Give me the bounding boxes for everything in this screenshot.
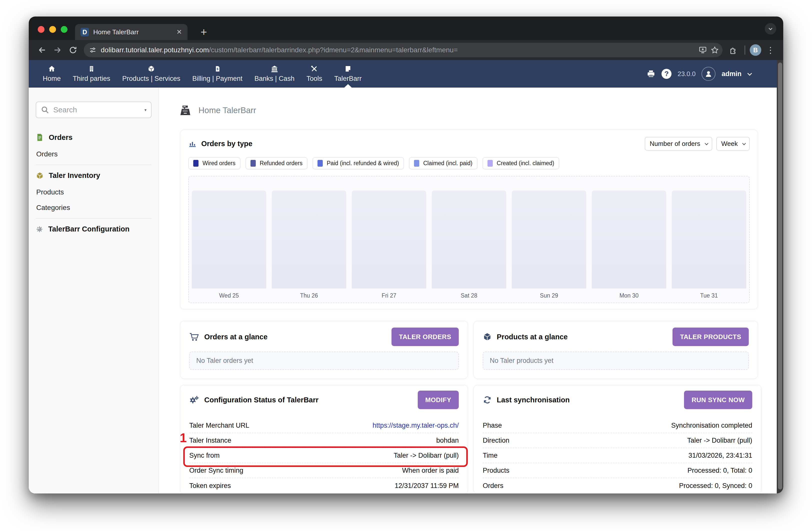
address-bar[interactable]: dolibarr.tutorial.taler.potuzhnyi.com/cu… (84, 43, 723, 57)
modify-button[interactable]: MODIFY (418, 391, 459, 409)
nav-item-tools[interactable]: Tools (301, 60, 328, 87)
nav-item-third-parties[interactable]: Third parties (67, 60, 116, 87)
forward-button[interactable] (51, 43, 64, 57)
extensions-icon[interactable] (726, 43, 740, 57)
back-button[interactable] (35, 43, 49, 57)
nav-item-banks-cash[interactable]: Banks | Cash (248, 60, 301, 87)
tab-search-chevron-icon[interactable] (765, 23, 776, 34)
sync-card-title: Last synchronisation (497, 396, 570, 404)
chart-column (432, 191, 506, 289)
config-row-instance: Taler Instance bohdan (189, 433, 459, 448)
tab-close-icon[interactable]: ✕ (176, 29, 182, 36)
sidebar: Search ▾ Orders Orders Taler Inventory P… (29, 87, 159, 493)
config-card-title: Configuration Status of TalerBarr (204, 396, 319, 404)
products-glance-card: Products at a glance TALER PRODUCTS No T… (474, 321, 758, 379)
dolibarr-page: Home Third parties Products | Services $… (29, 60, 783, 493)
legend-item-refunded[interactable]: Refunded orders (246, 157, 307, 169)
legend-item-claimed[interactable]: Claimed (incl. paid) (409, 157, 478, 169)
period-select[interactable]: Week (716, 137, 750, 151)
orders-glance-card: Orders at a glance TALER ORDERS No Taler… (180, 321, 468, 379)
legend-swatch (318, 160, 323, 167)
x-axis-tick: Fri 27 (352, 292, 426, 299)
legend-item-created[interactable]: Created (incl. claimed) (482, 157, 559, 169)
sidebar-search-box[interactable]: Search ▾ (36, 102, 151, 118)
bar-chart-icon (188, 140, 197, 148)
sync-icon (483, 395, 492, 404)
nav-item-talerbarr[interactable]: TalerBarr (328, 60, 368, 87)
chevron-down-icon (742, 141, 746, 145)
x-axis-tick: Sun 29 (512, 292, 586, 299)
minimize-window-button[interactable] (49, 26, 56, 33)
macos-traffic-lights (38, 26, 68, 33)
sidebar-group-orders[interactable]: Orders (36, 133, 151, 142)
chart-column (512, 191, 586, 289)
merchant-url-link[interactable]: https://stage.my.taler-ops.ch/ (373, 422, 459, 429)
box-icon (36, 172, 44, 180)
user-avatar[interactable] (701, 67, 715, 81)
version-label: 23.0.0 (678, 70, 696, 78)
sidebar-item-products[interactable]: Products (36, 188, 151, 196)
url-path: /custom/talerbarr/talerbarrindex.php?idm… (209, 46, 458, 54)
nav-item-billing-payment[interactable]: $ Billing | Payment (186, 60, 248, 87)
user-menu[interactable]: admin (722, 70, 741, 78)
url-text[interactable]: dolibarr.tutorial.taler.potuzhnyi.com/cu… (101, 46, 695, 54)
products-glance-title: Products at a glance (497, 333, 568, 341)
search-dropdown-caret-icon[interactable]: ▾ (145, 108, 146, 112)
help-icon[interactable]: ? (662, 69, 671, 79)
metric-select[interactable]: Number of orders (645, 137, 712, 151)
browser-window: D Home TalerBarr ✕ + dolibarr.tutorial.t… (29, 16, 783, 493)
annotation-number: 1 (180, 432, 187, 444)
tab-title: Home TalerBarr (93, 28, 172, 36)
orders-empty-state: No Taler orders yet (189, 352, 459, 370)
reload-button[interactable] (66, 43, 80, 57)
orders-glance-title: Orders at a glance (204, 333, 267, 341)
x-axis-tick: Sat 28 (432, 292, 506, 299)
new-tab-button[interactable]: + (198, 26, 210, 38)
chart-column (352, 191, 426, 289)
scrollbar-thumb[interactable] (778, 62, 782, 489)
taler-products-button[interactable]: TALER PRODUCTS (672, 327, 749, 346)
sidebar-item-categories[interactable]: Categories (36, 204, 151, 212)
close-window-button[interactable] (38, 26, 44, 33)
run-sync-now-button[interactable]: RUN SYNC NOW (684, 391, 752, 409)
x-axis-tick: Thu 26 (272, 292, 346, 299)
svg-text:$: $ (217, 67, 218, 71)
sidebar-divider (36, 218, 151, 219)
last-synchronisation-card: Last synchronisation RUN SYNC NOW Phase … (474, 385, 762, 493)
page-scrollbar[interactable] (777, 60, 783, 493)
browser-menu-icon[interactable]: ⋮ (763, 43, 777, 57)
configuration-status-card: Configuration Status of TalerBarr MODIFY… (180, 385, 468, 493)
browser-tab[interactable]: D Home TalerBarr ✕ (75, 24, 188, 40)
install-app-icon[interactable] (698, 46, 707, 54)
sidebar-item-orders[interactable]: Orders (36, 150, 151, 158)
zoom-window-button[interactable] (61, 26, 68, 33)
cash-register-icon (180, 105, 191, 116)
nav-item-home[interactable]: Home (37, 60, 67, 87)
bookmark-star-icon[interactable] (710, 46, 719, 54)
sidebar-group-taler-inventory[interactable]: Taler Inventory (36, 171, 151, 180)
orders-by-type-card: Orders by type Number of orders Week (180, 130, 758, 309)
chart-column (672, 191, 746, 289)
toolbar-divider (744, 45, 745, 55)
search-icon (41, 106, 49, 114)
x-axis-tick: Tue 31 (672, 292, 746, 299)
sync-row-time: Time 31/03/2026, 23:41:31 (483, 448, 752, 463)
sidebar-group-talerbarr-configuration[interactable]: TalerBarr Configuration (36, 225, 151, 233)
chart-card-title: Orders by type (201, 140, 252, 148)
chart-legend: Wired orders Refunded orders Paid (incl.… (188, 157, 750, 169)
config-row-order-sync-timing: Order Sync timing When order is paid (189, 463, 459, 478)
nav-item-products-services[interactable]: Products | Services (116, 60, 186, 87)
print-icon[interactable] (647, 70, 655, 78)
url-host: dolibarr.tutorial.taler.potuzhnyi.com (101, 46, 209, 54)
browser-profile-avatar[interactable]: B (750, 44, 761, 56)
active-menu-caret (344, 84, 352, 87)
site-info-icon[interactable] (89, 46, 97, 54)
legend-item-wired[interactable]: Wired orders (188, 157, 241, 169)
gears-icon (189, 395, 199, 404)
sync-row-direction: Direction Taler -> Dolibarr (pull) (483, 433, 752, 448)
user-menu-chevron-icon[interactable] (747, 71, 752, 75)
chevron-down-icon (705, 141, 708, 145)
legend-item-paid[interactable]: Paid (incl. refunded & wired) (313, 157, 404, 169)
dolibarr-navbar: Home Third parties Products | Services $… (29, 60, 783, 87)
taler-orders-button[interactable]: TALER ORDERS (392, 327, 459, 346)
